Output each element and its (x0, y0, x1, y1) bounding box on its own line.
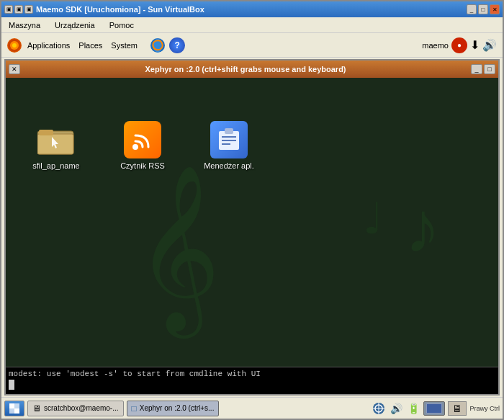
gnome-places[interactable]: Places (76, 40, 105, 51)
network-icon-1[interactable]: ⬇ (470, 38, 480, 52)
minimize-button[interactable]: _ (467, 4, 477, 14)
systray-network-icon[interactable] (372, 401, 386, 416)
maemo-user-label: maemo (422, 41, 449, 50)
menu-maszyna[interactable]: Maszyna (4, 19, 45, 31)
menu-pomoc[interactable]: Pomoc (105, 19, 138, 31)
terminal-area: modest: use 'modest -s' to start from cm… (6, 367, 498, 394)
title-icon-3[interactable]: ▣ (24, 5, 33, 14)
xephyr-window: ✕ Xephyr on :2.0 (ctrl+shift grabs mouse… (4, 59, 500, 396)
taskbar-start-button[interactable] (4, 401, 24, 416)
appmanager-icon-image (210, 121, 248, 158)
desktop-icon-folder[interactable]: sfil_ap_name (27, 121, 85, 170)
svg-rect-21 (14, 408, 19, 414)
svg-point-2 (12, 43, 17, 48)
music-note-small: ♩ (363, 193, 383, 243)
network-icon-2[interactable]: 🔊 (482, 38, 497, 52)
desktop-icons-container: sfil_ap_name Czy (27, 121, 258, 170)
xephyr-right-btns: _ □ (471, 64, 495, 74)
title-icon-1[interactable]: ▣ (4, 5, 13, 14)
menu-urzadzenia[interactable]: Urządzenia (50, 19, 99, 31)
systray-battery-icon[interactable]: 🔋 (406, 401, 420, 416)
rss-icon-image (124, 121, 161, 158)
close-button[interactable]: ✕ (490, 4, 500, 14)
maemo-logo (7, 38, 22, 53)
svg-rect-20 (9, 408, 14, 414)
xephyr-desktop[interactable]: 𝄞 ♪ ♩ (6, 78, 498, 367)
taskbar-item-xephyr-label: Xephyr on :2.0 (ctrl+s... (140, 404, 215, 412)
desktop-icon-rss[interactable]: Czytnik RSS (114, 121, 171, 170)
title-icon-2[interactable]: ▣ (14, 5, 23, 14)
terminal-cursor (9, 380, 14, 390)
help-icon[interactable]: ? (169, 37, 185, 53)
svg-rect-8 (39, 130, 53, 135)
xephyr-titlebar: ✕ Xephyr on :2.0 (ctrl+shift grabs mouse… (6, 61, 498, 78)
music-note-decoration: ♪ (405, 186, 441, 269)
record-icon[interactable]: ● (451, 37, 467, 53)
svg-rect-18 (9, 403, 14, 408)
firefox-icon[interactable] (149, 37, 166, 54)
vbox-taskbar: 🖥 scratchbox@maemo-... □ Xephyr on :2.0 … (1, 397, 503, 419)
titlebar-left: ▣ ▣ ▣ Maemo SDK [Uruchomiona] - Sun Virt… (4, 5, 204, 14)
vbox-titlebar: ▣ ▣ ▣ Maemo SDK [Uruchomiona] - Sun Virt… (1, 1, 503, 17)
music-clef-decoration: 𝄞 (135, 164, 220, 333)
taskbar-item-xephyr[interactable]: □ Xephyr on :2.0 (ctrl+s... (127, 401, 220, 416)
vbox-menubar: Maszyna Urządzenia Pomoc (1, 17, 503, 33)
xephyr-maximize-btn[interactable]: □ (484, 64, 495, 74)
folder-icon-image (37, 121, 75, 158)
gnome-applications[interactable]: Applications (24, 40, 73, 51)
xephyr-minimize-btn[interactable]: _ (471, 64, 482, 74)
active-window-indicator[interactable] (423, 401, 445, 416)
systray-audio-icon[interactable]: 🔊 (389, 401, 403, 416)
toolbar-left: Applications Places System ? (7, 37, 419, 54)
rss-icon-shape (124, 121, 161, 158)
desktop-icon-appmanager[interactable]: Menedżer apl. (200, 121, 258, 170)
taskbar-item-scratchbox[interactable]: 🖥 scratchbox@maemo-... (27, 401, 124, 416)
xephyr-title: Xephyr on :2.0 (ctrl+shift grabs mouse a… (20, 65, 471, 73)
appmanager-icon-label: Menedżer apl. (204, 161, 254, 170)
titlebar-window-controls: _ □ ✕ (467, 4, 500, 14)
xephyr-left-btns: ✕ (9, 64, 20, 74)
gnome-toolbar: Applications Places System ? maemo ● ⬇ 🔊 (1, 33, 503, 58)
rss-icon-label: Czytnik RSS (120, 161, 165, 170)
virtualbox-window: ▣ ▣ ▣ Maemo SDK [Uruchomiona] - Sun Virt… (0, 0, 504, 420)
folder-icon-label: sfil_ap_name (32, 161, 79, 170)
gnome-system[interactable]: System (108, 40, 140, 51)
toolbar-right: maemo ● ⬇ 🔊 (422, 37, 497, 53)
vbox-title: Maemo SDK [Uruchomiona] - Sun VirtualBox (36, 5, 204, 14)
taskbar-right: 🔊 🔋 🖥 Prawy Ctrl (372, 401, 500, 416)
terminal-text: modest: use 'modest -s' to start from cm… (9, 369, 495, 380)
prawy-ctrl-label: Prawy Ctrl (469, 405, 500, 412)
svg-rect-19 (14, 403, 19, 408)
appmanager-icon-shape (210, 121, 248, 158)
svg-rect-14 (225, 128, 233, 134)
xephyr-close-btn[interactable]: ✕ (9, 64, 20, 74)
display-icon[interactable]: 🖥 (448, 401, 467, 416)
svg-point-11 (132, 144, 138, 150)
maximize-button[interactable]: □ (478, 4, 488, 14)
taskbar-item-scratchbox-label: scratchbox@maemo-... (44, 404, 119, 412)
